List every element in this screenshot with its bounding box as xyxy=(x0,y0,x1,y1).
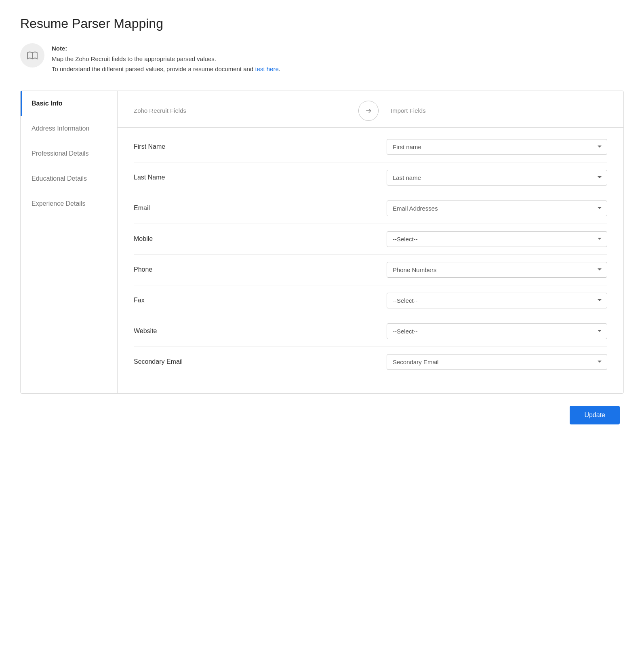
field-row-first-name: First Name First name Last name Email Ad… xyxy=(134,132,607,162)
field-rows: First Name First name Last name Email Ad… xyxy=(118,128,623,389)
field-label-first-name: First Name xyxy=(134,143,354,150)
field-select-wrap-fax: --Select-- First name Last name Email Ad… xyxy=(387,293,607,308)
field-row-last-name: Last Name First name Last name Email Add… xyxy=(134,162,607,193)
field-row-website: Website --Select-- First name Last name … xyxy=(134,316,607,347)
field-label-secondary-email: Secondary Email xyxy=(134,358,354,365)
field-select-wrap-first-name: First name Last name Email Addresses --S… xyxy=(387,139,607,155)
note-label: Note: xyxy=(52,45,67,52)
field-select-email[interactable]: First name Last name Email Addresses --S… xyxy=(387,200,607,216)
field-select-wrap-website: --Select-- First name Last name Email Ad… xyxy=(387,323,607,339)
sidebar-item-basic-info[interactable]: Basic Info xyxy=(21,91,117,116)
import-fields-col-header: Import Fields xyxy=(387,107,607,114)
field-label-website: Website xyxy=(134,327,354,335)
footer-bar: Update xyxy=(20,394,624,428)
field-select-secondary-email[interactable]: --Select-- First name Last name Email Ad… xyxy=(387,354,607,370)
content-header: Zoho Recruit Fields Import Fields xyxy=(118,91,623,128)
main-container: Basic Info Address Information Professio… xyxy=(20,91,624,394)
zoho-fields-col-header: Zoho Recruit Fields xyxy=(134,107,350,114)
sidebar-item-educational-details[interactable]: Educational Details xyxy=(21,166,117,191)
field-row-email: Email First name Last name Email Address… xyxy=(134,193,607,224)
field-select-mobile[interactable]: --Select-- First name Last name Email Ad… xyxy=(387,231,607,247)
content-area: Zoho Recruit Fields Import Fields First … xyxy=(118,91,623,393)
arrow-icon xyxy=(358,101,379,121)
field-select-fax[interactable]: --Select-- First name Last name Email Ad… xyxy=(387,293,607,308)
field-select-website[interactable]: --Select-- First name Last name Email Ad… xyxy=(387,323,607,339)
note-text: Note: Map the Zoho Recruit fields to the… xyxy=(52,43,280,74)
field-label-last-name: Last Name xyxy=(134,174,354,181)
page-title: Resume Parser Mapping xyxy=(20,16,624,31)
field-label-mobile: Mobile xyxy=(134,235,354,243)
field-label-phone: Phone xyxy=(134,266,354,273)
field-select-wrap-last-name: First name Last name Email Addresses --S… xyxy=(387,170,607,186)
field-row-phone: Phone --Select-- First name Last name Em… xyxy=(134,255,607,285)
field-select-wrap-mobile: --Select-- First name Last name Email Ad… xyxy=(387,231,607,247)
note-icon-wrap xyxy=(20,43,44,68)
field-select-first-name[interactable]: First name Last name Email Addresses --S… xyxy=(387,139,607,155)
field-row-mobile: Mobile --Select-- First name Last name E… xyxy=(134,224,607,255)
sidebar-item-professional-details[interactable]: Professional Details xyxy=(21,141,117,166)
field-select-last-name[interactable]: First name Last name Email Addresses --S… xyxy=(387,170,607,186)
note-box: Note: Map the Zoho Recruit fields to the… xyxy=(20,43,624,74)
update-button[interactable]: Update xyxy=(570,406,620,424)
field-row-secondary-email: Secondary Email --Select-- First name La… xyxy=(134,347,607,377)
sidebar: Basic Info Address Information Professio… xyxy=(21,91,118,393)
field-select-phone[interactable]: --Select-- First name Last name Email Ad… xyxy=(387,262,607,278)
note-line2: To understand the different parsed value… xyxy=(52,64,280,74)
field-select-wrap-email: First name Last name Email Addresses --S… xyxy=(387,200,607,216)
sidebar-item-address-information[interactable]: Address Information xyxy=(21,116,117,141)
field-select-wrap-secondary-email: --Select-- First name Last name Email Ad… xyxy=(387,354,607,370)
sidebar-item-experience-details[interactable]: Experience Details xyxy=(21,191,117,216)
field-label-email: Email xyxy=(134,205,354,212)
test-here-link[interactable]: test here xyxy=(255,65,278,72)
field-label-fax: Fax xyxy=(134,297,354,304)
book-icon xyxy=(26,49,38,61)
field-select-wrap-phone: --Select-- First name Last name Email Ad… xyxy=(387,262,607,278)
note-line1: Map the Zoho Recruit fields to the appro… xyxy=(52,54,280,64)
field-row-fax: Fax --Select-- First name Last name Emai… xyxy=(134,285,607,316)
